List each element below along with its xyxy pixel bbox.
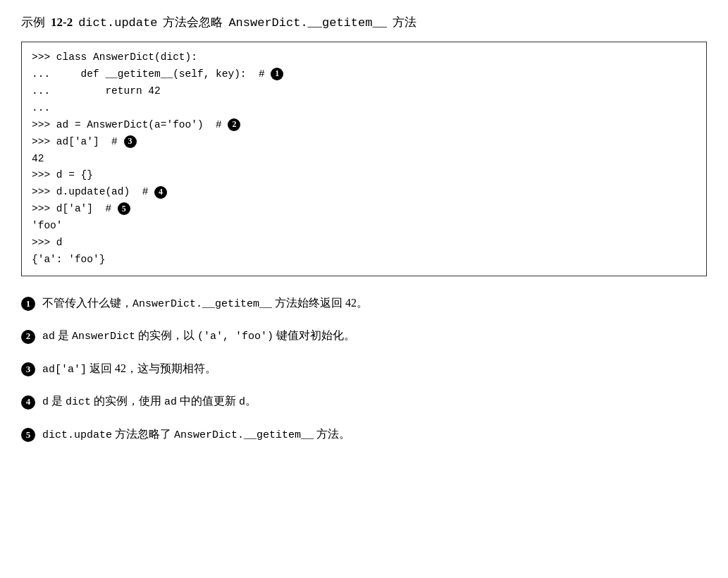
code-num-5: 5 (118, 202, 130, 215)
code-line-12: >>> d (32, 237, 63, 248)
annotation-code-3: ad['a'] (42, 364, 87, 376)
code-line-7: 42 (32, 153, 44, 164)
code-line-2: ... def __getitem__(self, key): # 1 (32, 68, 283, 80)
annotation-code-5a: dict.update (42, 429, 112, 441)
code-block: >>> class AnswerDict(dict): ... def __ge… (21, 42, 707, 276)
code-line-1: >>> class AnswerDict(dict): (32, 51, 197, 63)
annotation-bullet-3: 3 (21, 362, 35, 376)
annotation-bullet-4: 4 (21, 395, 35, 410)
title-code: dict.update (78, 16, 157, 30)
annotation-text-5: dict.update 方法忽略了 AnswerDict.__getitem__… (42, 424, 350, 445)
annotation-bullet-2: 2 (21, 330, 35, 344)
title-prefix: 示例 (21, 14, 45, 30)
code-num-1: 1 (271, 68, 283, 80)
annotation-text-1: 不管传入什么键，AnswerDict.__getitem__ 方法始终返回 42… (42, 293, 368, 314)
code-line-8: >>> d = {} (32, 169, 93, 180)
annotation-item-3: 3 ad['a'] 返回 42，这与预期相符。 (21, 359, 707, 379)
code-line-4: ... (32, 102, 50, 113)
annotation-code-5b: AnswerDict.__getitem__ (174, 429, 314, 441)
code-line-6: >>> ad['a'] # 3 (32, 136, 137, 147)
annotation-code-2b: AnswerDict (72, 331, 135, 343)
annotation-code-1: AnswerDict.__getitem__ (132, 298, 272, 310)
annotation-code-2a: ad (42, 331, 55, 343)
title-suffix: 方法 (393, 14, 417, 30)
title-number: 12-2 (51, 16, 73, 30)
code-line-5: >>> ad = AnswerDict(a='foo') # 2 (32, 119, 240, 130)
annotation-bullet-1: 1 (21, 297, 35, 311)
annotation-item-1: 1 不管传入什么键，AnswerDict.__getitem__ 方法始终返回 … (21, 293, 707, 314)
annotation-item-4: 4 d 是 dict 的实例，使用 ad 中的值更新 d。 (21, 391, 707, 412)
title-class: AnswerDict.__getitem__ (228, 16, 386, 30)
code-num-4: 4 (154, 186, 167, 199)
code-line-13: {'a': 'foo'} (32, 254, 105, 265)
annotation-text-4: d 是 dict 的实例，使用 ad 中的值更新 d。 (42, 391, 257, 412)
example-title: 示例 12-2 dict.update 方法会忽略 AnswerDict.__g… (21, 14, 707, 30)
code-line-3: ... return 42 (32, 85, 161, 97)
annotation-code-2c: ('a', 'foo') (197, 331, 273, 343)
annotation-text-3: ad['a'] 返回 42，这与预期相符。 (42, 359, 216, 379)
code-num-2: 2 (228, 118, 240, 131)
title-text: 方法会忽略 (163, 14, 223, 30)
annotation-bullet-5: 5 (21, 428, 35, 442)
annotation-item-2: 2 ad 是 AnswerDict 的实例，以 ('a', 'foo') 键值对… (21, 326, 707, 346)
annotation-code-4d: d (239, 396, 245, 408)
code-line-10: >>> d['a'] # 5 (32, 203, 130, 214)
annotation-list: 1 不管传入什么键，AnswerDict.__getitem__ 方法始终返回 … (21, 293, 707, 445)
annotation-text-2: ad 是 AnswerDict 的实例，以 ('a', 'foo') 键值对初始… (42, 326, 355, 346)
annotation-code-4b: dict (66, 396, 91, 408)
code-line-9: >>> d.update(ad) # 4 (32, 186, 167, 197)
annotation-item-5: 5 dict.update 方法忽略了 AnswerDict.__getitem… (21, 424, 707, 445)
annotation-code-4c: ad (164, 396, 177, 408)
annotation-code-4a: d (42, 396, 49, 408)
code-line-11: 'foo' (32, 220, 63, 231)
code-num-3: 3 (124, 135, 137, 148)
